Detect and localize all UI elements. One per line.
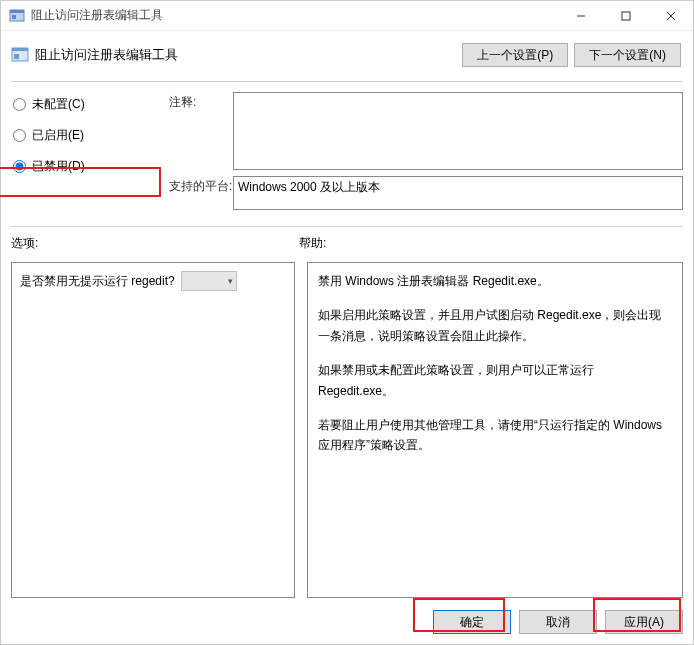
- comment-label: 注释:: [169, 92, 233, 111]
- comment-textarea[interactable]: [233, 92, 683, 170]
- separator: [11, 81, 683, 82]
- nav-buttons: 上一个设置(P) 下一个设置(N): [462, 43, 681, 67]
- dialog-window: 阻止访问注册表编辑工具 阻止访问注册表编辑工具: [0, 0, 694, 645]
- help-p1: 禁用 Windows 注册表编辑器 Regedit.exe。: [318, 271, 672, 291]
- pane-labels: 选项: 帮助:: [11, 235, 683, 252]
- policy-icon: [11, 46, 29, 64]
- platform-row: 支持的平台: Windows 2000 及以上版本: [233, 176, 683, 210]
- svg-rect-2: [12, 15, 16, 19]
- radio-enabled[interactable]: 已启用(E): [13, 127, 171, 144]
- radio-disabled-input[interactable]: [13, 160, 26, 173]
- footer: 确定 取消 应用(A): [11, 610, 683, 634]
- platform-text: Windows 2000 及以上版本: [233, 176, 683, 210]
- platform-label: 支持的平台:: [169, 176, 233, 195]
- next-setting-button[interactable]: 下一个设置(N): [574, 43, 681, 67]
- state-radio-group: 未配置(C) 已启用(E) 已禁用(D): [11, 92, 171, 175]
- radio-disabled-label: 已禁用(D): [32, 158, 85, 175]
- option-regedit-prompt-label: 是否禁用无提示运行 regedit?: [20, 273, 175, 290]
- config-row: 未配置(C) 已启用(E) 已禁用(D) 注释: 支持的平台:: [11, 92, 683, 216]
- header-row: 阻止访问注册表编辑工具 上一个设置(P) 下一个设置(N): [11, 39, 683, 71]
- options-pane: 是否禁用无提示运行 regedit? ▾: [11, 262, 295, 598]
- options-label: 选项:: [11, 235, 299, 252]
- maximize-button[interactable]: [603, 1, 648, 30]
- policy-title: 阻止访问注册表编辑工具: [35, 46, 462, 64]
- minimize-button[interactable]: [558, 1, 603, 30]
- option-regedit-prompt: 是否禁用无提示运行 regedit? ▾: [20, 271, 286, 291]
- svg-rect-8: [12, 48, 28, 51]
- radio-not-configured-label: 未配置(C): [32, 96, 85, 113]
- radio-not-configured-input[interactable]: [13, 98, 26, 111]
- ok-button[interactable]: 确定: [433, 610, 511, 634]
- svg-rect-4: [622, 12, 630, 20]
- apply-button[interactable]: 应用(A): [605, 610, 683, 634]
- dialog-content: 阻止访问注册表编辑工具 上一个设置(P) 下一个设置(N) 未配置(C) 已启用…: [1, 31, 693, 644]
- prev-setting-button[interactable]: 上一个设置(P): [462, 43, 568, 67]
- panes-row: 是否禁用无提示运行 regedit? ▾ 禁用 Windows 注册表编辑器 R…: [11, 262, 683, 598]
- close-button[interactable]: [648, 1, 693, 30]
- radio-enabled-label: 已启用(E): [32, 127, 84, 144]
- help-label: 帮助:: [299, 235, 683, 252]
- radio-not-configured[interactable]: 未配置(C): [13, 96, 171, 113]
- window-controls: [558, 1, 693, 30]
- window-title: 阻止访问注册表编辑工具: [31, 7, 558, 24]
- help-pane: 禁用 Windows 注册表编辑器 Regedit.exe。 如果启用此策略设置…: [307, 262, 683, 598]
- radio-enabled-input[interactable]: [13, 129, 26, 142]
- help-p3: 如果禁用或未配置此策略设置，则用户可以正常运行 Regedit.exe。: [318, 360, 672, 401]
- svg-rect-1: [10, 10, 24, 13]
- right-area: 注释: 支持的平台: Windows 2000 及以上版本: [171, 92, 683, 216]
- svg-rect-9: [14, 54, 19, 59]
- radio-disabled[interactable]: 已禁用(D): [13, 158, 171, 175]
- option-regedit-prompt-select[interactable]: ▾: [181, 271, 237, 291]
- chevron-down-icon: ▾: [228, 276, 233, 286]
- titlebar: 阻止访问注册表编辑工具: [1, 1, 693, 31]
- help-p4: 若要阻止用户使用其他管理工具，请使用“只运行指定的 Windows 应用程序”策…: [318, 415, 672, 456]
- help-p2: 如果启用此策略设置，并且用户试图启动 Regedit.exe，则会出现一条消息，…: [318, 305, 672, 346]
- cancel-button[interactable]: 取消: [519, 610, 597, 634]
- mid-separator: [11, 226, 683, 227]
- comment-row: 注释:: [233, 92, 683, 170]
- app-icon: [9, 8, 25, 24]
